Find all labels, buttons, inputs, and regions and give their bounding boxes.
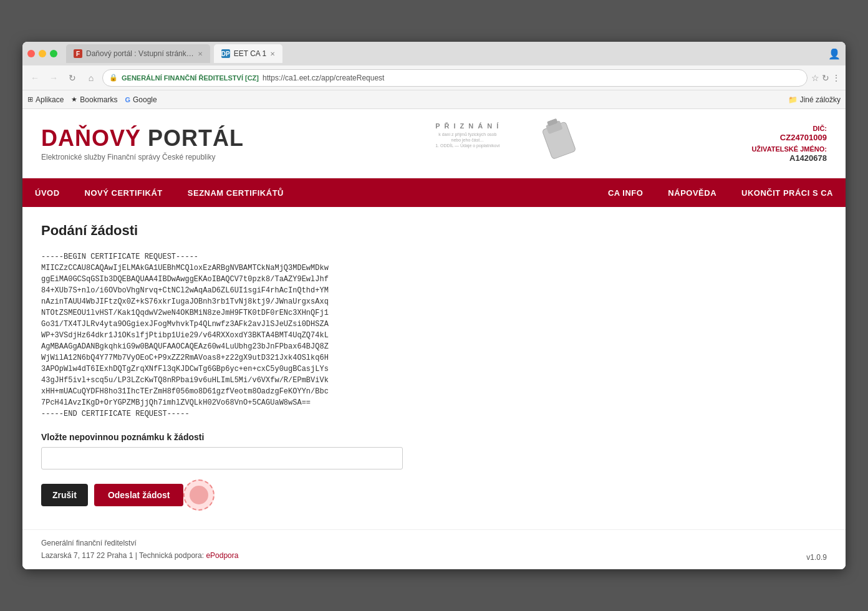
nav-napoveda[interactable]: NÁPOVĚDA [655,178,729,207]
doc-subtitle: k dani z příjmů fyzických osobnebo jeho … [435,132,499,143]
odeslat-button[interactable]: Odeslat žádost [94,484,184,506]
button-group: Zrušit Odeslat žádost [41,479,827,511]
history-icon[interactable]: ↻ [822,73,829,83]
lock-icon: 🔒 [109,74,118,82]
bm-other-tabs[interactable]: 📁 Jiné záložky [788,95,841,104]
logo-p-dark: P [148,125,163,151]
user-info: DIČ: CZ24701009 UŽIVATELSKÉ JMÉNO: A1420… [751,124,827,163]
nav-seznam-certifikatu[interactable]: SEZNAM CERTIFIKÁTŮ [175,178,296,207]
nav-ukoncit[interactable]: UKONČIT PRÁCI S CA [729,178,846,207]
address-actions: ☆ ↻ ⋮ [811,73,841,83]
address-input[interactable]: 🔒 GENERÁLNÍ FINANČNÍ ŘEDITELSTVÍ [CZ] ht… [102,69,808,87]
url-text: https://ca1.eet.cz/app/createRequest [263,74,384,82]
cert-line: MIICZzCCAU8CAQAwIjELMAkGA1UEBhMCQloxEzAR… [41,262,827,274]
cert-line: -----BEGIN CERTIFICATE REQUEST----- [41,251,827,262]
cert-line: nAzinTAUU4WbJIFtzQx0Z+kS76xkrIugaJOBnh3r… [41,296,827,307]
usb-icon [534,113,586,173]
highlight-circle [190,486,208,504]
bm-other-label: Jiné záložky [800,95,841,104]
nav-novy-certifikat[interactable]: NOVÝ CERTIFIKÁT [72,178,175,207]
page-content: DAŇOVÝ PORTÁL Elektronické služby Finanč… [22,109,846,569]
note-input[interactable] [41,447,403,469]
google-icon: G [125,96,130,103]
logo-ovy-red: OVÝ [92,125,148,151]
bm-aplikace[interactable]: ⊞ Aplikace [27,95,64,104]
tab-label-2: EET CA 1 [234,49,266,58]
bm-aplikace-label: Aplikace [36,95,64,104]
note-label: Vložte nepovinnou poznámku k žádosti [41,432,827,442]
bm-google-label: Google [133,95,157,104]
bookmark-star-icon[interactable]: ☆ [811,73,819,83]
logo-text-red: DA [41,125,75,151]
bookmarks-bar: ⊞ Aplikace ★ Bookmarks G Google 📁 Jiné z… [22,90,846,109]
forward-button[interactable]: → [46,70,61,85]
header-bg-image: P Ř I Z N Á N Í k dani z příjmů fyzickýc… [410,118,585,168]
bm-bookmarks[interactable]: ★ Bookmarks [71,95,117,104]
cert-line: NTOtZSMEOU1lvHST/Kak1QqdwV2weN4OKBMiN8ze… [41,307,827,319]
eporpora-link[interactable]: ePodpora [206,551,238,560]
uzivatelske-block: UŽIVATELSKÉ JMÉNO: [751,145,827,153]
tab-label-1: Daňový portál : Vstupní stránk… [86,49,194,58]
cert-line: 3APOpWlw4dT6IExhDQTgZrqXNfFl3qKJDCwTg6GB… [41,363,827,375]
back-button[interactable]: ← [27,70,42,85]
footer-line2: Lazarská 7, 117 22 Praha 1 | Technická p… [41,550,238,562]
cert-line: ggEiMA0GCSqGSIb3DQEBAQUAA4IBDwAwggEKAoIB… [41,274,827,285]
doc-title: P Ř I Z N Á N Í [435,122,499,131]
tab-close-1[interactable]: ✕ [198,51,203,57]
cert-line: WP+3VSdjHz64dkr1J1OKslfjPtibp1Uie29/v64R… [41,330,827,341]
site-header: DAŇOVÝ PORTÁL Elektronické služby Finanč… [22,109,846,178]
title-bar: F Daňový portál : Vstupní stránk… ✕ DP E… [22,42,846,65]
cert-line: Go31/TX4TJLRv4yta9OGgiexJFogMvhvkTp4QLnw… [41,319,827,330]
home-button[interactable]: ⌂ [84,70,99,85]
user-profile-icon[interactable]: 👤 [828,48,841,60]
tab-eetca1[interactable]: DP EET CA 1 ✕ [214,44,282,63]
highlight-ring [183,479,215,511]
header-decoration: P Ř I Z N Á N Í k dani z příjmů fyzickýc… [244,118,751,168]
footer-version: v1.0.9 [806,553,827,562]
tab-favicon-2: DP [221,49,230,58]
page-title: Podání žádosti [41,223,827,239]
bm-google[interactable]: G Google [125,95,157,104]
logo-n-red: Ň [75,125,92,151]
logo-ortal-dark: ORTÁL [163,125,244,151]
nav-uvod[interactable]: ÚVOD [22,178,72,207]
cert-line: 43gJHf5ivl+scq5u/LP3LZcKwTQ8nRPbai9v6uHL… [41,375,827,386]
uzivatelske-value: A1420678 [751,153,827,163]
close-button[interactable] [27,50,35,57]
dic-label: DIČ: [813,125,827,132]
site-footer: Generální finanční ředitelství Lazarská … [22,529,846,569]
main-nav: ÚVOD NOVÝ CERTIFIKÁT SEZNAM CERTIFIKÁTŮ … [22,178,846,207]
cert-line: AgMBAAGgADANBgkqhkiG9w0BAQUFAAOCAQEAz60w… [41,341,827,352]
dic-label-text: DIČ: [751,124,827,133]
uzivatelske-label: UŽIVATELSKÉ JMÉNO: [751,145,827,153]
bm-bookmarks-label: Bookmarks [80,95,117,104]
tab-close-2[interactable]: ✕ [270,51,275,57]
apps-icon: ⊞ [27,95,33,103]
zrusit-button[interactable]: Zrušit [41,484,88,506]
doc-section: 1. ODDÍL — Údaje o poplatníkovi [435,143,499,149]
certificate-block: -----BEGIN CERTIFICATE REQUEST-----MIICZ… [41,251,827,420]
cert-line: 7PcH4lAvzIKgD+OrYGPZMBjjQh7imhlZVQLkH02V… [41,397,827,408]
cert-line: WjWilA12N6bQ4Y77Mb7VyOEoC+P9xZZ2RmAVoas8… [41,352,827,363]
logo-section: DAŇOVÝ PORTÁL Elektronické služby Finanč… [41,125,244,161]
tab-danovyportal[interactable]: F Daňový portál : Vstupní stránk… ✕ [66,44,210,63]
browser-window: F Daňový portál : Vstupní stránk… ✕ DP E… [22,42,846,569]
dic-value: CZ24701009 [751,133,827,142]
doc-decoration: P Ř I Z N Á N Í k dani z příjmů fyzickýc… [435,122,499,148]
traffic-lights [27,50,57,57]
nav-ca-info[interactable]: CA INFO [596,178,655,207]
address-bar: ← → ↻ ⌂ 🔒 GENERÁLNÍ FINANČNÍ ŘEDITELSTVÍ… [22,65,846,90]
settings-icon[interactable]: ⋮ [832,73,841,83]
logo-subtitle: Elektronické služby Finanční správy Česk… [41,153,244,161]
main-content: Podání žádosti -----BEGIN CERTIFICATE RE… [22,207,846,529]
minimize-button[interactable] [39,50,46,57]
star-icon: ★ [71,95,77,103]
cert-line: xHH+mUACuQYDFH8ho31IhcTErZmH8f056mo8D61g… [41,386,827,397]
org-name: GENERÁLNÍ FINANČNÍ ŘEDITELSTVÍ [CZ] [122,74,259,82]
refresh-button[interactable]: ↻ [65,70,80,85]
logo-title: DAŇOVÝ PORTÁL [41,125,244,152]
tab-favicon-1: F [74,49,82,58]
maximize-button[interactable] [50,50,57,57]
cert-line: -----END CERTIFICATE REQUEST----- [41,408,827,420]
cert-line: 84+XUb7S+nlo/i6OVboVhgNrvq+CtNCl2wAqAaD6… [41,285,827,296]
